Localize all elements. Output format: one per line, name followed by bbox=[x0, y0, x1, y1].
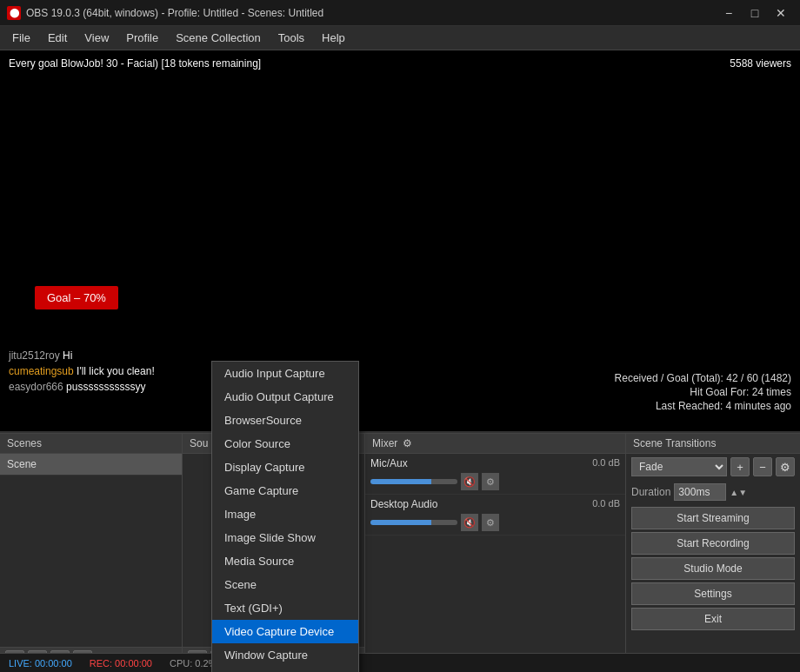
chat-msg-3: pusssssssssssyy bbox=[66, 381, 145, 393]
chat-user-2: cumeatingsub bbox=[9, 365, 74, 377]
title-bar-text: OBS 19.0.3 (64bit, windows) - Profile: U… bbox=[26, 7, 717, 19]
status-rec: REC: 00:00:00 bbox=[90, 658, 152, 669]
ctx-media-source[interactable]: Media Source bbox=[212, 549, 358, 573]
received-line2: Hit Goal For: 24 times bbox=[615, 386, 791, 398]
menu-file[interactable]: File bbox=[3, 28, 39, 48]
chat-msg-1: Hi bbox=[63, 349, 72, 362]
maximize-button[interactable]: □ bbox=[743, 3, 767, 23]
mixer-track1-mute[interactable]: 🔇 bbox=[461, 473, 478, 490]
received-info: Received / Goal (Total): 42 / 60 (1482) … bbox=[615, 372, 791, 414]
exit-button[interactable]: Exit bbox=[631, 608, 795, 630]
status-live: LIVE: 00:00:00 bbox=[9, 658, 72, 669]
mixer-content: Mic/Aux 0.0 dB 🔇 ⚙ Desktop Audio 0.0 dB … bbox=[365, 454, 625, 672]
mixer-track1-gear[interactable]: ⚙ bbox=[482, 473, 499, 490]
scenes-content: Scene bbox=[0, 454, 182, 647]
ctx-audio-output[interactable]: Audio Output Capture bbox=[212, 385, 358, 409]
app-icon: ⬤ bbox=[7, 6, 21, 20]
ctx-color-source[interactable]: Color Source bbox=[212, 432, 358, 456]
ctx-scene[interactable]: Scene bbox=[212, 573, 358, 596]
mixer-track2-name: Desktop Audio bbox=[370, 498, 437, 510]
mixer-track-1: Mic/Aux 0.0 dB 🔇 ⚙ bbox=[365, 454, 625, 495]
ctx-game-capture[interactable]: Game Capture bbox=[212, 479, 358, 502]
mixer-gear-icon[interactable]: ⚙ bbox=[403, 437, 412, 449]
ctx-text-gdi[interactable]: Text (GDI+) bbox=[212, 596, 358, 620]
menu-bar: File Edit View Profile Scene Collection … bbox=[0, 26, 800, 50]
title-bar: ⬤ OBS 19.0.3 (64bit, windows) - Profile:… bbox=[0, 0, 800, 26]
transitions-title: Scene Transitions bbox=[633, 437, 716, 449]
received-line3: Last Reached: 4 minutes ago bbox=[615, 400, 791, 412]
panel-mixer: Mixer ⚙ Mic/Aux 0.0 dB 🔇 ⚙ Desktop Audio bbox=[365, 434, 626, 672]
ctx-display-capture[interactable]: Display Capture bbox=[212, 456, 358, 479]
close-button[interactable]: ✕ bbox=[769, 3, 793, 23]
chat-line-1: jitu2512roy Hi bbox=[9, 349, 155, 362]
menu-profile[interactable]: Profile bbox=[117, 28, 167, 48]
menu-tools[interactable]: Tools bbox=[270, 28, 313, 48]
window-controls[interactable]: − □ ✕ bbox=[717, 3, 793, 23]
mixer-track1-slider[interactable] bbox=[370, 479, 457, 484]
studio-mode-button[interactable]: Studio Mode bbox=[631, 557, 795, 580]
preview-viewers: 5588 viewers bbox=[730, 57, 791, 70]
transitions-remove-button[interactable]: − bbox=[753, 457, 772, 476]
minimize-button[interactable]: − bbox=[717, 3, 741, 23]
mixer-track2-db: 0.0 dB bbox=[592, 498, 620, 510]
preview-top-text: Every goal BlowJob! 30 - Facial) [18 tok… bbox=[9, 57, 261, 70]
menu-edit[interactable]: Edit bbox=[39, 28, 76, 48]
goal-badge: Goal – 70% bbox=[35, 286, 118, 309]
transitions-add-button[interactable]: + bbox=[730, 457, 750, 476]
scenes-title: Scenes bbox=[7, 437, 42, 449]
transitions-gear-button[interactable]: ⚙ bbox=[776, 457, 795, 476]
preview-area: Every goal BlowJob! 30 - Facial) [18 tok… bbox=[0, 50, 800, 433]
settings-button[interactable]: Settings bbox=[631, 582, 795, 605]
chat-msg-2: I'll lick you clean! bbox=[77, 365, 155, 377]
ctx-browser-source[interactable]: BrowserSource bbox=[212, 409, 358, 432]
scene-item[interactable]: Scene bbox=[0, 454, 182, 476]
chat-line-2: cumeatingsub I'll lick you clean! bbox=[9, 365, 155, 377]
menu-view[interactable]: View bbox=[76, 28, 117, 48]
menu-scene-collection[interactable]: Scene Collection bbox=[167, 28, 270, 48]
mixer-track2-mute[interactable]: 🔇 bbox=[461, 514, 478, 531]
scenes-header: Scenes bbox=[0, 434, 182, 454]
mixer-track1-name: Mic/Aux bbox=[370, 457, 408, 469]
received-line1: Received / Goal (Total): 42 / 60 (1482) bbox=[615, 372, 791, 384]
mixer-header: Mixer ⚙ bbox=[365, 434, 625, 454]
chat-user-3: easydor666 bbox=[9, 381, 63, 393]
chat-area: jitu2512roy Hi cumeatingsub I'll lick yo… bbox=[9, 349, 155, 396]
ctx-image[interactable]: Image bbox=[212, 502, 358, 526]
transitions-fade-select[interactable]: Fade bbox=[631, 457, 727, 476]
transitions-header: Scene Transitions bbox=[626, 434, 800, 454]
ctx-audio-input[interactable]: Audio Input Capture bbox=[212, 362, 358, 385]
context-menu: Audio Input Capture Audio Output Capture… bbox=[211, 361, 359, 672]
menu-help[interactable]: Help bbox=[313, 28, 354, 48]
duration-input[interactable] bbox=[674, 483, 726, 501]
ctx-image-slideshow[interactable]: Image Slide Show bbox=[212, 526, 358, 549]
duration-spinner[interactable]: ▲▼ bbox=[730, 488, 747, 497]
mixer-track-2: Desktop Audio 0.0 dB 🔇 ⚙ bbox=[365, 495, 625, 536]
ctx-video-capture[interactable]: Video Capture Device bbox=[212, 620, 358, 643]
panel-transitions: Scene Transitions Fade + − ⚙ Duration ▲▼… bbox=[626, 434, 800, 672]
duration-label: Duration bbox=[631, 486, 670, 498]
start-streaming-button[interactable]: Start Streaming bbox=[631, 507, 795, 529]
sources-title: Sou bbox=[190, 437, 208, 449]
ctx-window-capture[interactable]: Window Capture bbox=[212, 643, 358, 667]
mixer-track2-slider[interactable] bbox=[370, 520, 457, 525]
panel-scenes: Scenes Scene + − ∧ ∨ bbox=[0, 434, 183, 672]
mixer-track2-gear[interactable]: ⚙ bbox=[482, 514, 499, 531]
status-bar: LIVE: 00:00:00 REC: 00:00:00 CPU: 0.2%, … bbox=[0, 653, 800, 672]
ctx-deprecated[interactable]: Deprecated ▶ bbox=[212, 667, 358, 672]
bottom-section: Scenes Scene + − ∧ ∨ Sou + − ⚙ ∧ ∨ Mixer… bbox=[0, 433, 800, 672]
start-recording-button[interactable]: Start Recording bbox=[631, 532, 795, 555]
mixer-title: Mixer bbox=[372, 437, 397, 449]
chat-line-3: easydor666 pusssssssssssyy bbox=[9, 381, 155, 393]
mixer-track1-db: 0.0 dB bbox=[592, 457, 620, 469]
chat-user-1: jitu2512roy bbox=[9, 349, 60, 362]
transitions-content: Fade + − ⚙ Duration ▲▼ Start Streaming S… bbox=[626, 454, 800, 672]
